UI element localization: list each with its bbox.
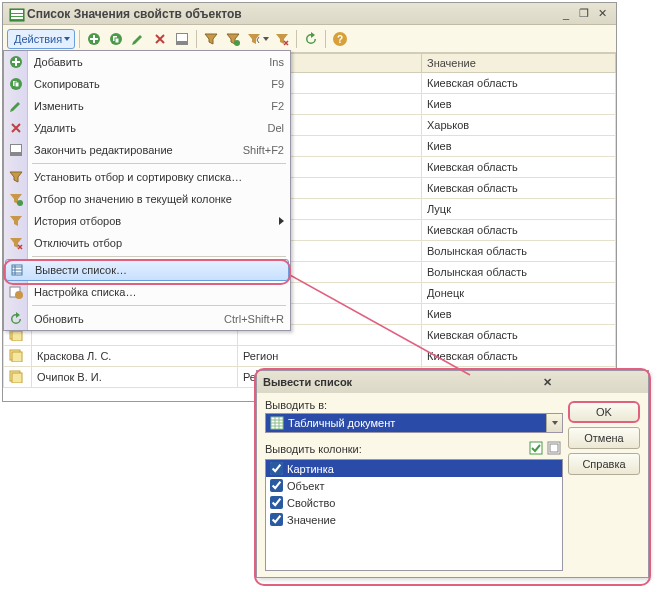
col-checkbox[interactable] (270, 496, 283, 509)
menu-list-settings[interactable]: Настройка списка… (4, 281, 290, 303)
add-button[interactable] (84, 29, 104, 49)
copy-button[interactable] (106, 29, 126, 49)
cell-value: Киев (422, 304, 616, 325)
submenu-arrow-icon (279, 217, 284, 225)
dialog-title: Вывести список (263, 376, 452, 388)
svg-text:?: ? (337, 34, 343, 45)
cell-value: Киевская область (422, 73, 616, 94)
actions-menu: Добавить Ins Скопировать F9 Изменить F2 … (3, 50, 291, 331)
col-value[interactable]: Значение (422, 54, 616, 73)
list-item[interactable]: Картинка (266, 460, 562, 477)
finish-icon (8, 142, 24, 158)
menu-export-list[interactable]: Вывести список… (5, 259, 289, 281)
edit-button[interactable] (128, 29, 148, 49)
svg-rect-38 (12, 331, 22, 341)
window-title: Список Значения свойств объектов (27, 7, 556, 21)
row-icon (9, 348, 21, 360)
close-button[interactable]: ✕ (594, 7, 610, 21)
help-button[interactable]: ? (330, 29, 350, 49)
cell-object: Краскова Л. С. (32, 346, 238, 367)
ok-button[interactable]: OK (568, 401, 640, 423)
cancel-button[interactable]: Отмена (568, 427, 640, 449)
cell-value: Донецк (422, 283, 616, 304)
menu-refresh[interactable]: Обновить Ctrl+Shift+R (4, 308, 290, 330)
clear-filter-button[interactable] (272, 29, 292, 49)
menu-edit[interactable]: Изменить F2 (4, 95, 290, 117)
filter-value-icon (8, 191, 24, 207)
spreadsheet-icon (270, 416, 284, 430)
filter-settings-button[interactable] (201, 29, 221, 49)
combo-dropdown-button[interactable] (546, 414, 562, 432)
cell-value: Киевская область (422, 178, 616, 199)
output-to-combo[interactable]: Табличный документ (265, 413, 563, 433)
svg-rect-9 (177, 34, 187, 41)
columns-listbox[interactable]: Картинка Объект Свойство Значение (265, 459, 563, 571)
actions-button[interactable]: Действия (7, 29, 75, 49)
help-button[interactable]: Справка (568, 453, 640, 475)
minimize-button[interactable]: _ (558, 7, 574, 21)
svg-rect-3 (11, 17, 23, 19)
filter-value-button[interactable] (223, 29, 243, 49)
delete-icon (8, 120, 24, 136)
svg-point-52 (15, 291, 23, 299)
cell-value: Киевская область (422, 346, 616, 367)
filter-icon (8, 169, 24, 185)
cell-value: Волынская область (422, 241, 616, 262)
cell-value: Киев (422, 94, 616, 115)
output-to-value: Табличный документ (288, 417, 546, 429)
svg-rect-57 (550, 444, 558, 452)
cell-value: Луцк (422, 199, 616, 220)
check-all-button[interactable] (529, 441, 545, 457)
svg-rect-7 (115, 38, 119, 43)
cell-value: Киевская область (422, 157, 616, 178)
svg-rect-46 (15, 82, 19, 87)
menu-delete[interactable]: Удалить Del (4, 117, 290, 139)
cell-object: Очипок В. И. (32, 367, 238, 388)
refresh-button[interactable] (301, 29, 321, 49)
window-icon (9, 7, 23, 21)
col-checkbox[interactable] (270, 513, 283, 526)
columns-label: Выводить колонки: (265, 443, 527, 455)
cell-value: Киевская область (422, 325, 616, 346)
cell-value: Киевская область (422, 220, 616, 241)
col-checkbox[interactable] (270, 462, 283, 475)
menu-set-filter[interactable]: Установить отбор и сортировку списка… (4, 166, 290, 188)
menu-finish-edit[interactable]: Закончить редактирование Shift+F2 (4, 139, 290, 161)
settings-list-icon (8, 284, 24, 300)
actions-label: Действия (14, 33, 62, 45)
menu-add[interactable]: Добавить Ins (4, 51, 290, 73)
menu-filter-history[interactable]: История отборов (4, 210, 290, 232)
svg-rect-48 (11, 145, 21, 152)
menu-copy[interactable]: Скопировать F9 (4, 73, 290, 95)
filter-history-icon (8, 213, 24, 229)
row-icon (9, 369, 21, 381)
dialog-close-button[interactable]: ✕ (454, 375, 643, 389)
svg-rect-40 (12, 352, 22, 362)
toolbar: Действия ? (3, 25, 616, 53)
list-item[interactable]: Значение (266, 511, 562, 528)
svg-point-49 (17, 200, 23, 206)
dialog-titlebar: Вывести список ✕ (257, 371, 648, 393)
filter-history-button[interactable] (245, 29, 270, 49)
delete-button[interactable] (150, 29, 170, 49)
cell-value: Киев (422, 136, 616, 157)
menu-clear-filter[interactable]: Отключить отбор (4, 232, 290, 254)
clear-filter-icon (8, 235, 24, 251)
svg-rect-2 (11, 14, 23, 16)
export-dialog: Вывести список ✕ Выводить в: Табличный д… (256, 370, 649, 578)
list-item[interactable]: Объект (266, 477, 562, 494)
edit-icon (8, 98, 24, 114)
chevron-down-icon (64, 37, 70, 41)
maximize-button[interactable]: ❐ (576, 7, 592, 21)
refresh-icon (8, 311, 24, 327)
uncheck-all-button[interactable] (547, 441, 563, 457)
svg-rect-42 (12, 373, 22, 383)
add-icon (8, 54, 24, 70)
finish-edit-button[interactable] (172, 29, 192, 49)
export-icon (10, 262, 26, 278)
table-row[interactable]: Краскова Л. С.РегионКиевская область (4, 346, 616, 367)
svg-point-10 (234, 40, 240, 46)
col-checkbox[interactable] (270, 479, 283, 492)
menu-filter-by-value[interactable]: Отбор по значению в текущей колонке (4, 188, 290, 210)
list-item[interactable]: Свойство (266, 494, 562, 511)
